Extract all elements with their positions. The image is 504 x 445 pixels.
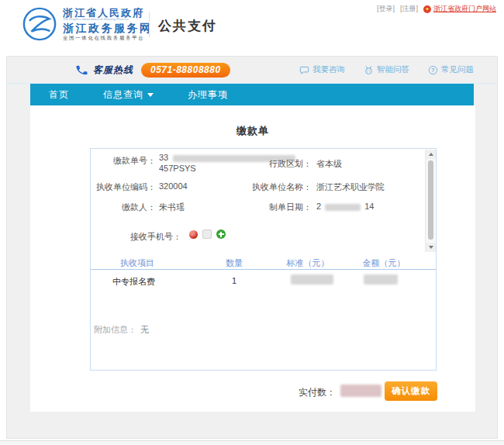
scroll-up-button[interactable] xyxy=(426,150,436,159)
smart-qa-link[interactable]: 智能问答 xyxy=(364,64,409,75)
phone-input-box[interactable] xyxy=(202,229,212,239)
site-logo[interactable]: 浙江省人民政府 The People's Government of Zheji… xyxy=(22,6,153,42)
row-amount-redacted xyxy=(364,274,398,285)
zhejiang-logo-icon xyxy=(22,6,57,42)
form-title: 缴款单 xyxy=(30,124,475,138)
bill-date-redacted xyxy=(325,204,361,211)
faq-link-label: 常见问题 xyxy=(441,64,474,75)
payment-panel: 缴款单 缴款单号： 33 457PSYS 行政区划： 省本级 执收单位编码： 3… xyxy=(30,105,475,412)
row-standard-redacted xyxy=(291,274,333,285)
col-header-standard: 标准（元） xyxy=(283,257,333,269)
bill-no-value-line2: 457PSYS xyxy=(159,164,196,173)
nav-item-home[interactable]: 首页 xyxy=(49,88,69,102)
consult-link[interactable]: 我要咨询 xyxy=(299,64,345,75)
faq-link[interactable]: ? 常见问题 xyxy=(428,64,474,75)
confirm-payment-button[interactable]: 确认缴款 xyxy=(385,381,437,401)
scroll-down-button[interactable] xyxy=(426,243,436,252)
actual-payment-label: 实付数： xyxy=(255,386,336,399)
national-emblem-icon xyxy=(423,5,431,13)
scroll-down-arrow-icon xyxy=(429,246,433,249)
payer-value: 朱书瑶 xyxy=(159,202,185,213)
site-header: [登录] [注册] 浙江省政府门户网站 浙江省人民政府 The People's… xyxy=(0,0,504,48)
bill-no-label: 缴款单号： xyxy=(91,155,156,167)
public-payment-page: [登录] [注册] 浙江省政府门户网站 浙江省人民政府 The People's… xyxy=(0,0,504,445)
bill-date-value: 2 14 xyxy=(316,202,375,211)
district-value: 省本级 xyxy=(316,158,342,170)
chevron-down-icon xyxy=(147,93,154,97)
extra-info: 附加信息： 无 xyxy=(94,324,149,336)
service-bar-links: 我要咨询 智能问答 ? 常见问题 xyxy=(299,64,474,75)
table-header-divider xyxy=(91,269,436,270)
header-divider xyxy=(149,12,150,37)
logo-text: 浙江省人民政府 The People's Government of Zheji… xyxy=(63,8,153,41)
nav-info-query-label: 信息查询 xyxy=(103,88,143,102)
register-link[interactable]: [注册] xyxy=(400,4,418,14)
nav-matters-label: 办理事项 xyxy=(188,88,228,102)
bill-date-prefix: 2 xyxy=(316,202,321,211)
main-nav: 首页 信息查询 办理事项 xyxy=(30,84,474,105)
hotline-label: 客服热线 xyxy=(93,64,133,77)
topbar-links: [登录] [注册] 浙江省政府门户网站 xyxy=(377,4,496,14)
chat-bubble-icon xyxy=(299,65,309,75)
service-bar: 客服热线 0571-88808880 我要咨询 智能问答 xyxy=(7,57,497,84)
fieldbox-scrollbar[interactable] xyxy=(425,150,435,252)
phone-controls xyxy=(189,229,226,239)
unit-name-label: 执收单位名称： xyxy=(230,181,312,193)
nav-item-info-query[interactable]: 信息查询 xyxy=(103,88,154,102)
scroll-up-arrow-icon xyxy=(429,153,433,156)
bill-date-suffix: 14 xyxy=(364,202,374,211)
unit-code-label: 执收单位编码： xyxy=(91,181,156,193)
site-tagline: 全国一体化在线政务服务平台 xyxy=(63,36,153,41)
portal-link-label: 浙江省政府门户网站 xyxy=(433,4,496,14)
gov-name: 浙江省人民政府 xyxy=(63,8,153,19)
smart-qa-link-label: 智能问答 xyxy=(377,64,409,75)
content-wrapper: 客服热线 0571-88808880 我要咨询 智能问答 xyxy=(6,56,498,439)
phone-icon xyxy=(74,62,89,77)
bill-no-visible: 33 xyxy=(159,153,168,162)
nav-home-label: 首页 xyxy=(49,88,69,102)
payment-fieldbox: 缴款单号： 33 457PSYS 行政区划： 省本级 执收单位编码： 32000… xyxy=(90,148,437,371)
consult-link-label: 我要咨询 xyxy=(312,64,345,75)
svg-text:?: ? xyxy=(431,67,434,72)
col-header-item: 执收项目 xyxy=(120,257,154,269)
district-label: 行政区划： xyxy=(230,158,312,170)
nav-item-matters[interactable]: 办理事项 xyxy=(188,88,228,102)
row-quantity: 1 xyxy=(219,276,250,285)
payer-label: 缴款人： xyxy=(91,202,156,213)
robot-icon xyxy=(364,65,374,75)
record-red-icon[interactable] xyxy=(189,230,198,239)
portal-link[interactable]: 浙江省政府门户网站 xyxy=(423,4,496,14)
site-name: 浙江政务服务网 xyxy=(63,22,153,34)
app-title: 公共支付 xyxy=(158,17,217,35)
col-header-quantity: 数量 xyxy=(219,257,250,269)
extra-info-value: 无 xyxy=(140,325,149,334)
phone-label: 接收手机号： xyxy=(91,231,181,243)
actual-payment-redacted xyxy=(340,385,381,397)
scrollbar-thumb[interactable] xyxy=(428,160,433,240)
row-item-name: 中专报名费 xyxy=(112,276,155,288)
extra-info-label: 附加信息： xyxy=(94,325,136,334)
gov-name-en: The People's Government of Zhejiang Prov… xyxy=(63,18,143,21)
bill-date-label: 制单日期： xyxy=(230,202,312,213)
page-footer-strip xyxy=(0,440,504,445)
login-link[interactable]: [登录] xyxy=(377,4,395,14)
unit-code-value: 320004 xyxy=(159,181,188,191)
col-header-amount: 金额（元） xyxy=(359,257,409,269)
question-circle-icon: ? xyxy=(428,65,438,75)
unit-name-value: 浙江艺术职业学院 xyxy=(316,181,385,193)
add-phone-icon[interactable] xyxy=(216,229,226,239)
hotline-number-badge: 0571-88808880 xyxy=(141,63,230,78)
